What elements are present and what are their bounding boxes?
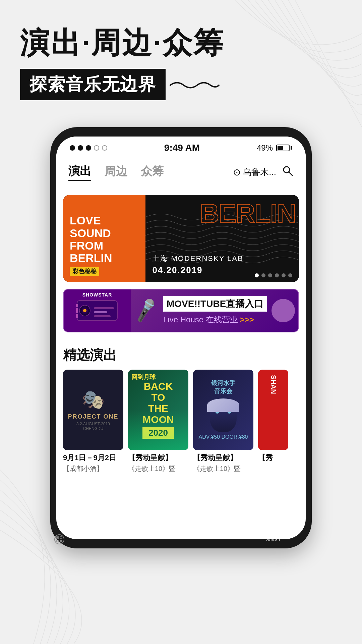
banner-right: BERLIN 上海 MODERNSKY LAB 04.20.2019	[145, 195, 299, 282]
event-2-desc: 《走歌上10》暨	[128, 464, 188, 473]
svg-rect-10	[76, 308, 78, 313]
dot-2	[78, 145, 83, 151]
event-3-desc: 《走歌上10》暨	[193, 464, 253, 473]
carousel-dots	[255, 273, 292, 277]
live-banner-text: MOVE!!TUBE直播入口 Live House 在线营业 >>>	[163, 296, 267, 325]
poster-project-one: 🎭 PROJECT ONE 8·2·AUGUST·2019CHENGDU	[63, 370, 123, 450]
phone-mockup: 9:49 AM 49% 演出 周边 众筹 ⊙ 乌鲁木...	[50, 127, 312, 548]
nav-tabs: 演出 周边 众筹 ⊙ 乌鲁木...	[56, 157, 306, 188]
live-banner-mid: 🎤 MOVE!!TUBE直播入口 Live House 在线营业 >>>	[131, 293, 268, 328]
dot-4	[275, 273, 279, 277]
event-card-3[interactable]: 银河水手音乐会 ADV:¥50 DOOR:¥80 【秀动呈献】 《走歌上10》暨	[193, 370, 253, 473]
location-icon: ⊙	[233, 167, 241, 178]
banner-info: 上海 MODERNSKY LAB 04.20.2019	[152, 254, 292, 275]
shanghai-text: SHAN	[269, 375, 277, 394]
status-time: 9:49 AM	[164, 143, 200, 153]
header-area: 演出·周边·众筹 探索音乐无边界	[0, 0, 362, 114]
battery-icon	[276, 145, 292, 151]
svg-rect-7	[94, 311, 107, 313]
live-banner[interactable]: SHOWSTAR	[63, 289, 299, 332]
project-one-sub: 8·2·AUGUST·2019CHENGDU	[75, 422, 111, 431]
phone-screen: 9:49 AM 49% 演出 周边 众筹 ⊙ 乌鲁木...	[56, 137, 306, 539]
dot-3	[268, 273, 272, 277]
wave-decoration	[167, 77, 221, 90]
event-card-1[interactable]: 🎭 PROJECT ONE 8·2·AUGUST·2019CHENGDU 9月1…	[63, 370, 123, 473]
dot-2	[261, 273, 265, 277]
project-one-title: PROJECT ONE	[68, 413, 118, 420]
live-banner-right	[268, 299, 298, 322]
banner-carousel[interactable]: LOVESOUNDFROMBERLIN 彩色棉棉	[63, 195, 299, 282]
banner-left-text: LOVESOUNDFROMBERLIN	[70, 214, 139, 265]
nav-right: ⊙ 乌鲁木...	[233, 165, 294, 180]
tab-周边[interactable]: 周边	[105, 164, 127, 180]
location-area[interactable]: ⊙ 乌鲁木...	[233, 166, 276, 178]
live-title: MOVE!!TUBE直播入口	[167, 299, 263, 309]
event-card-2[interactable]: 回到月球 BACKTOTHEMOON 2020 【秀动呈献】 《走歌上10》暨	[128, 370, 188, 473]
showstar-label: SHOWSTAR	[82, 292, 112, 298]
poster-galaxy: 银河水手音乐会 ADV:¥50 DOOR:¥80	[193, 370, 253, 450]
berlin-outline-text: BERLIN	[200, 198, 296, 229]
event-2-date: 【秀动呈献】	[128, 453, 188, 463]
event-4-date: 【秀	[258, 453, 288, 463]
svg-point-5	[83, 309, 86, 312]
dot-1	[70, 145, 75, 151]
poster-shanghai: SHAN 2019.8.1	[258, 370, 288, 450]
event-card-4[interactable]: SHAN 2019.8.1 【秀	[258, 370, 288, 473]
event-1-desc: 【成都小酒】	[63, 464, 123, 473]
galaxy-title: 银河水手音乐会	[211, 379, 235, 395]
banner-left: LOVESOUNDFROMBERLIN 彩色棉棉	[63, 195, 145, 282]
events-grid: 🎭 PROJECT ONE 8·2·AUGUST·2019CHENGDU 9月1…	[56, 370, 306, 473]
purple-circle	[272, 299, 295, 322]
event-1-date: 9月1日－9月2日	[63, 453, 123, 463]
location-name: 乌鲁木...	[243, 166, 276, 178]
svg-rect-11	[76, 314, 78, 318]
svg-rect-9	[76, 304, 78, 307]
music-player-illustration	[75, 297, 119, 324]
event-3-date: 【秀动呈献】	[193, 453, 253, 463]
dot-4	[94, 145, 99, 151]
signal-dots	[70, 145, 107, 151]
dot-5	[282, 273, 286, 277]
search-button[interactable]	[282, 165, 294, 180]
mic-icon: 🎤	[132, 297, 160, 324]
svg-line-1	[289, 172, 292, 175]
battery-percent: 49%	[257, 143, 273, 153]
dot-6	[288, 273, 292, 277]
header-title: 演出·周边·众筹	[20, 27, 342, 59]
poster-back-to-moon: 回到月球 BACKTOTHEMOON 2020	[128, 370, 188, 450]
tab-演出[interactable]: 演出	[68, 163, 91, 181]
banner-brand: 彩色棉棉	[70, 267, 139, 275]
live-banner-left: SHOWSTAR	[64, 289, 131, 332]
banner-venue: 上海 MODERNSKY LAB	[152, 254, 292, 264]
status-right: 49%	[257, 143, 292, 153]
tab-众筹[interactable]: 众筹	[141, 164, 164, 180]
banner-content: LOVESOUNDFROMBERLIN 彩色棉棉	[63, 195, 299, 282]
header-subtitle: 探索音乐无边界	[20, 69, 166, 100]
mask-icon: 🎭	[82, 389, 105, 411]
live-arrows: >>>	[240, 315, 254, 324]
svg-rect-8	[94, 315, 111, 317]
dot-3	[86, 145, 91, 151]
status-bar: 9:49 AM 49%	[56, 137, 306, 157]
live-subtitle: Live House 在线营业 >>>	[163, 314, 267, 325]
dot-1	[255, 273, 259, 277]
svg-rect-6	[94, 307, 114, 309]
dot-5	[102, 145, 107, 151]
section-title: 精选演出	[56, 338, 306, 370]
